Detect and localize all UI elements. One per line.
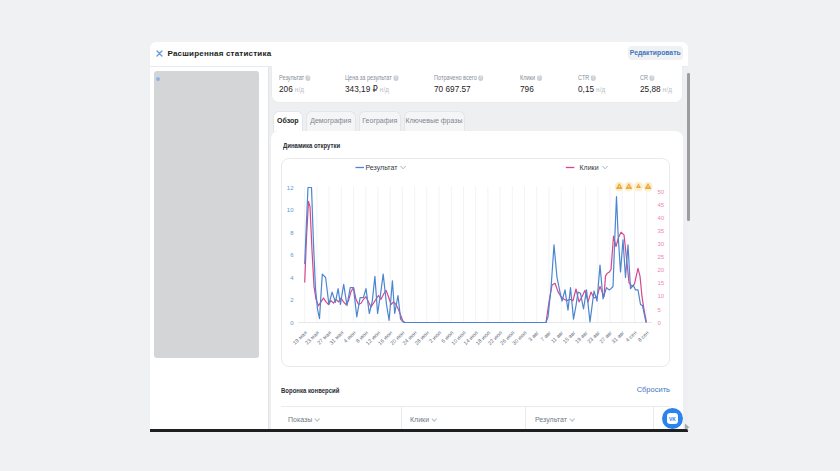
- svg-text:30: 30: [658, 241, 665, 247]
- svg-text:4: 4: [290, 274, 294, 280]
- svg-text:50: 50: [658, 188, 665, 194]
- svg-text:31 авг: 31 авг: [610, 329, 625, 344]
- svg-text:35: 35: [658, 227, 665, 233]
- svg-text:8: 8: [290, 229, 294, 235]
- svg-text:5: 5: [658, 306, 662, 312]
- svg-text:25: 25: [658, 254, 665, 260]
- svg-text:6: 6: [290, 252, 294, 258]
- svg-text:10: 10: [658, 293, 665, 299]
- svg-text:2: 2: [290, 297, 294, 303]
- svg-text:3 авг: 3 авг: [527, 329, 540, 342]
- svg-text:Результат: Результат: [366, 164, 399, 172]
- svg-text:20: 20: [658, 267, 665, 273]
- svg-text:4 сен: 4 сен: [624, 329, 638, 343]
- svg-text:4 июн: 4 июн: [342, 329, 357, 344]
- svg-text:12: 12: [287, 184, 294, 190]
- svg-text:10: 10: [287, 207, 294, 213]
- svg-text:15: 15: [658, 280, 665, 286]
- svg-text:0: 0: [658, 319, 662, 325]
- svg-text:40: 40: [658, 214, 665, 220]
- svg-text:8 сен: 8 сен: [636, 329, 650, 343]
- svg-text:2 июл: 2 июл: [428, 329, 443, 344]
- svg-text:Клики: Клики: [580, 164, 599, 171]
- svg-text:0: 0: [290, 319, 294, 325]
- svg-text:VK: VK: [669, 416, 676, 422]
- svg-text:45: 45: [658, 201, 665, 207]
- svg-text:31 мая: 31 мая: [328, 329, 344, 345]
